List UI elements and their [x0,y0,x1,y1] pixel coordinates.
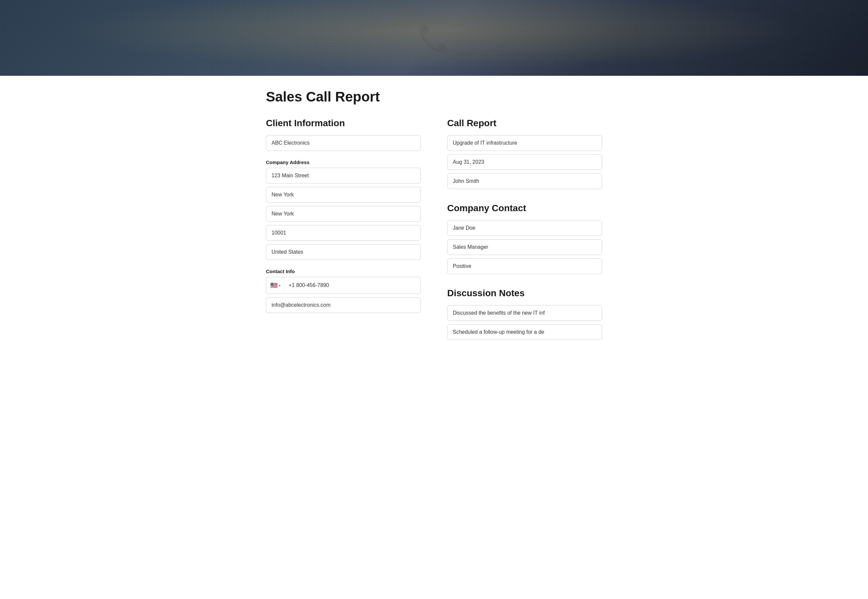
discussion-notes-section: Discussion Notes [447,288,602,343]
company-name-input[interactable] [266,135,421,151]
phone-input[interactable] [285,278,420,293]
call-date-input[interactable] [447,154,602,170]
right-column: Call Report Company Contact Discussion N… [444,118,602,354]
country-input[interactable] [266,244,421,260]
street-input[interactable] [266,168,421,184]
discussion-note-2-input[interactable] [447,324,602,340]
zip-input[interactable] [266,225,421,241]
call-topic-input[interactable] [447,135,602,151]
discussion-note-1-input[interactable] [447,305,602,321]
contact-info-label: Contact Info [266,268,421,274]
company-contact-heading: Company Contact [447,203,602,214]
contact-name-input[interactable] [447,220,602,236]
chevron-down-icon: ▾ [279,284,280,287]
address-label: Company Address [266,160,421,165]
call-report-section: Call Report [447,118,602,193]
phone-input-wrapper: 🇺🇸 ▾ [266,277,421,294]
discussion-notes-heading: Discussion Notes [447,288,602,298]
client-info-section: Client Information Company Address Conta… [266,118,424,354]
call-report-heading: Call Report [447,118,602,128]
company-contact-section: Company Contact [447,203,602,277]
client-info-heading: Client Information [266,118,421,128]
city-input[interactable] [266,187,421,203]
contact-title-input[interactable] [447,239,602,255]
contact-sentiment-input[interactable] [447,258,602,274]
call-rep-input[interactable] [447,173,602,189]
state-input[interactable] [266,206,421,222]
page-title: Sales Call Report [266,89,602,105]
hero-banner [0,0,868,76]
us-flag-icon: 🇺🇸 [270,282,277,289]
email-input[interactable] [266,297,421,313]
phone-flag-selector[interactable]: 🇺🇸 ▾ [266,277,285,293]
